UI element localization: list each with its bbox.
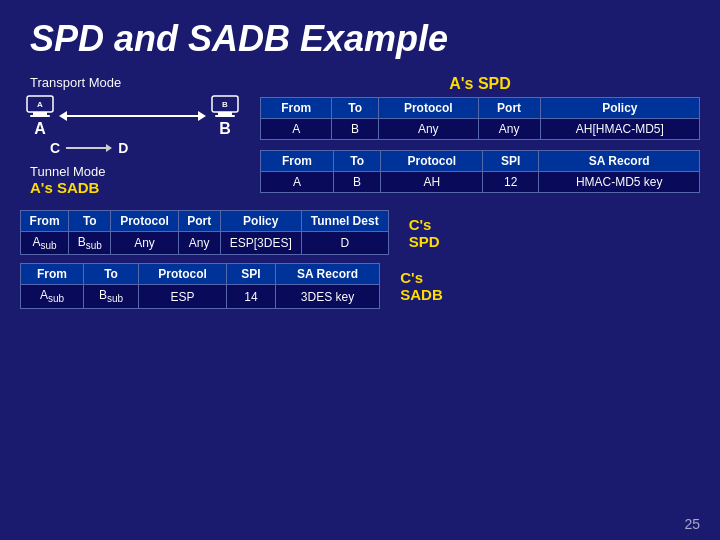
cspd-col-protocol: Protocol xyxy=(111,211,178,232)
aspd-spd-from: A xyxy=(261,119,332,140)
aspd-sadb-table: From To Protocol SPI SA Record A B AH 12… xyxy=(260,150,700,193)
svg-rect-5 xyxy=(218,112,232,115)
csadb-protocol: ESP xyxy=(139,285,227,308)
cspd-from: Asub xyxy=(21,232,69,255)
table-row: Asub Bsub ESP 14 3DES key xyxy=(21,285,380,308)
csadb-col-to: To xyxy=(83,264,138,285)
table-row: Asub Bsub Any Any ESP[3DES] D xyxy=(21,232,389,255)
svg-rect-6 xyxy=(215,115,235,117)
aspd-sadb-protocol: AH xyxy=(381,172,483,193)
aspd-label: A's SPD xyxy=(260,75,700,93)
computer-a-icon: A xyxy=(25,94,55,120)
aspd-sadb-col-protocol: Protocol xyxy=(381,151,483,172)
cspd-port: Any xyxy=(178,232,220,255)
right-section: A's SPD From To Protocol Port Policy A B… xyxy=(260,75,700,200)
bottom-section: From To Protocol Port Policy Tunnel Dest… xyxy=(0,200,720,309)
node-b-label: B B xyxy=(210,94,240,138)
aspd-spd-col-policy: Policy xyxy=(540,98,699,119)
aspd-sadb-spi: 12 xyxy=(483,172,539,193)
cspd-policy: ESP[3DES] xyxy=(220,232,301,255)
aspd-spd-port: Any xyxy=(478,119,540,140)
aspd-spd-table: From To Protocol Port Policy A B Any Any… xyxy=(260,97,700,140)
tunnel-mode-label: Tunnel Mode xyxy=(30,164,240,179)
cspd-to: Bsub xyxy=(69,232,111,255)
aspd-sadb-to: B xyxy=(333,172,381,193)
computer-b-icon: B xyxy=(210,94,240,120)
aspd-spd-to: B xyxy=(332,119,379,140)
aspd-sadb-col-from: From xyxy=(261,151,334,172)
c-tables: From To Protocol Port Policy Tunnel Dest… xyxy=(20,210,457,309)
aspd-sadb-from: A xyxy=(261,172,334,193)
page-title: SPD and SADB Example xyxy=(0,0,720,70)
table-row: A B Any Any AH[HMAC-MD5] xyxy=(261,119,700,140)
csadb-record: 3DES key xyxy=(275,285,379,308)
page-number: 25 xyxy=(684,516,700,532)
cspd-col-policy: Policy xyxy=(220,211,301,232)
aspd-sadb-record: HMAC-MD5 key xyxy=(539,172,700,193)
node-a-label: A A xyxy=(25,94,55,138)
svg-text:A: A xyxy=(37,100,43,109)
csadb-label: C's SADB xyxy=(400,269,457,303)
cspd-table: From To Protocol Port Policy Tunnel Dest… xyxy=(20,210,389,255)
svg-text:B: B xyxy=(222,100,228,109)
as-sadb-label: A's SADB xyxy=(30,179,240,196)
table-row: A B AH 12 HMAC-MD5 key xyxy=(261,172,700,193)
aspd-spd-col-port: Port xyxy=(478,98,540,119)
cspd-row: From To Protocol Port Policy Tunnel Dest… xyxy=(20,210,457,255)
cd-arrow xyxy=(66,144,112,152)
csadb-col-protocol: Protocol xyxy=(139,264,227,285)
aspd-spd-col-protocol: Protocol xyxy=(378,98,478,119)
csadb-spi: 14 xyxy=(227,285,276,308)
csadb-to: Bsub xyxy=(83,285,138,308)
cspd-col-to: To xyxy=(69,211,111,232)
csadb-table: From To Protocol SPI SA Record Asub Bsub… xyxy=(20,263,380,308)
cspd-tunnel: D xyxy=(301,232,388,255)
aspd-sadb-col-to: To xyxy=(333,151,381,172)
node-d: D xyxy=(118,140,128,156)
aspd-spd-policy: AH[HMAC-MD5] xyxy=(540,119,699,140)
aspd-spd-col-to: To xyxy=(332,98,379,119)
cspd-col-tunnel: Tunnel Dest xyxy=(301,211,388,232)
cspd-label: C's SPD xyxy=(409,216,458,250)
svg-rect-1 xyxy=(33,112,47,115)
csadb-row: From To Protocol SPI SA Record Asub Bsub… xyxy=(20,263,457,308)
aspd-spd-col-from: From xyxy=(261,98,332,119)
left-diagram: Transport Mode A A xyxy=(20,75,240,200)
aspd-spd-protocol: Any xyxy=(378,119,478,140)
cspd-col-from: From xyxy=(21,211,69,232)
cspd-col-port: Port xyxy=(178,211,220,232)
csadb-from: Asub xyxy=(21,285,84,308)
transport-mode-label: Transport Mode xyxy=(30,75,240,90)
csadb-col-from: From xyxy=(21,264,84,285)
csadb-col-sa: SA Record xyxy=(275,264,379,285)
aspd-sadb-col-spi: SPI xyxy=(483,151,539,172)
csadb-col-spi: SPI xyxy=(227,264,276,285)
node-c: C xyxy=(50,140,60,156)
aspd-sadb-col-sa: SA Record xyxy=(539,151,700,172)
svg-rect-2 xyxy=(30,115,50,117)
cspd-protocol: Any xyxy=(111,232,178,255)
